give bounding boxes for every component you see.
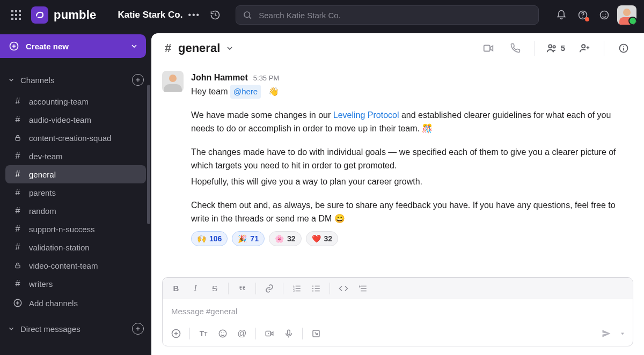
svg-line-10 <box>250 17 251 18</box>
reaction[interactable]: 🙌106 <box>191 231 228 246</box>
svg-rect-2 <box>19 10 21 12</box>
svg-marker-60 <box>271 332 273 335</box>
add-channels-button[interactable]: Add channels <box>5 294 146 312</box>
leveling-protocol-link[interactable]: Leveling Protocol <box>333 110 399 120</box>
sidebar-channel-parents[interactable]: #parents <box>5 183 146 202</box>
strike-button[interactable]: S <box>206 280 224 297</box>
channel-label: accounting-team <box>29 97 89 106</box>
send-options-button[interactable] <box>617 326 628 342</box>
reaction-count: 106 <box>209 233 222 245</box>
svg-point-47 <box>312 285 313 286</box>
text-format-toggle[interactable]: TT <box>194 326 213 342</box>
quote-button[interactable] <box>233 280 251 297</box>
sidebar-channel-content-creation-squad[interactable]: content-creation-squad <box>5 129 146 147</box>
svg-rect-8 <box>19 18 21 20</box>
channel-label: parents <box>29 188 56 197</box>
sidebar-scrollbar[interactable] <box>147 62 150 350</box>
search-box[interactable] <box>236 5 539 25</box>
add-channel-button[interactable] <box>132 74 144 86</box>
sidebar-channel-video-content-team[interactable]: video-content-team <box>5 256 146 275</box>
composer-input[interactable]: Message #general <box>163 299 633 323</box>
bullet-list-button[interactable] <box>307 280 325 297</box>
link-button[interactable] <box>260 280 279 297</box>
svg-marker-61 <box>268 333 269 335</box>
apps-grid-icon[interactable] <box>8 6 25 24</box>
chevron-down-icon <box>130 42 138 50</box>
chevron-down-icon <box>8 76 15 84</box>
reaction[interactable]: 🎉71 <box>232 231 265 246</box>
reaction[interactable]: ❤️32 <box>306 231 339 246</box>
svg-point-14 <box>603 14 604 15</box>
mention-button[interactable]: @ <box>233 326 251 342</box>
ordered-list-button[interactable]: 123 <box>288 280 306 297</box>
codeblock-button[interactable] <box>354 280 372 297</box>
channel-actions: 5 <box>480 40 632 57</box>
notifications-icon[interactable] <box>553 6 570 24</box>
sidebar-channel-general[interactable]: #general <box>5 165 146 183</box>
dms-section-header[interactable]: Direct messages <box>0 320 151 338</box>
search-icon <box>243 10 252 20</box>
shortcut-button[interactable] <box>307 326 325 342</box>
mention-here[interactable]: @here <box>230 85 261 99</box>
sidebar-channel-support-n-success[interactable]: #support-n-success <box>5 220 146 238</box>
new-dm-button[interactable] <box>132 323 144 335</box>
svg-rect-5 <box>19 14 21 16</box>
sidebar-channel-validation-station[interactable]: #validation-station <box>5 238 146 256</box>
send-button[interactable] <box>597 326 616 342</box>
history-icon[interactable] <box>207 6 224 24</box>
svg-rect-7 <box>15 18 17 20</box>
help-icon[interactable] <box>574 6 591 24</box>
sidebar-channel-dev-team[interactable]: #dev-team <box>5 147 146 165</box>
bold-button[interactable]: B <box>167 280 185 297</box>
message: John Hammet 5:35 PM Hey team @here 👋 We … <box>162 71 630 246</box>
channels-section-header[interactable]: Channels <box>0 71 151 89</box>
attach-button[interactable] <box>167 326 185 342</box>
sidebar-channel-writers[interactable]: #writers <box>5 275 146 293</box>
add-member-icon[interactable] <box>576 40 593 57</box>
create-new-label: Create new <box>26 42 69 51</box>
search-input[interactable] <box>258 10 532 20</box>
svg-rect-28 <box>484 45 489 51</box>
message-author[interactable]: John Hammet <box>191 71 248 85</box>
reaction-count: 32 <box>324 233 333 245</box>
audio-call-icon[interactable] <box>507 40 524 57</box>
lock-icon <box>13 262 23 269</box>
user-avatar[interactable] <box>617 5 636 25</box>
topbar: pumble Katie Stark Co. ••• <box>0 0 644 30</box>
brand-logo-icon <box>31 6 48 24</box>
channel-label: dev-team <box>29 152 63 161</box>
emoji-icon[interactable] <box>596 6 613 24</box>
svg-rect-4 <box>15 14 17 16</box>
hash-icon: # <box>13 206 23 216</box>
video-call-icon[interactable] <box>480 40 497 57</box>
record-audio-button[interactable] <box>280 326 298 342</box>
members-button[interactable]: 5 <box>546 42 565 54</box>
reactions: 🙌106🎉71🌸32❤️32 <box>191 231 630 246</box>
plus-circle-icon <box>13 298 23 308</box>
channel-title-button[interactable]: # general <box>163 41 234 55</box>
svg-point-37 <box>623 46 624 47</box>
create-new-button[interactable]: Create new <box>0 34 146 58</box>
svg-point-12 <box>582 17 583 18</box>
record-video-button[interactable] <box>260 326 279 342</box>
code-button[interactable] <box>334 280 353 297</box>
hash-icon: # <box>163 41 173 55</box>
divider <box>604 41 604 56</box>
workspace-switcher[interactable]: Katie Stark Co. ••• <box>118 10 200 20</box>
reaction[interactable]: 🌸32 <box>269 231 302 246</box>
sidebar-channel-accounting-team[interactable]: #accounting-team <box>5 92 146 110</box>
emoji-picker-button[interactable] <box>214 326 232 342</box>
hash-icon: # <box>13 224 23 234</box>
dms-label: Direct messages <box>20 324 80 334</box>
sidebar-channel-audio-video-team[interactable]: #audio-video-team <box>5 110 146 129</box>
message-avatar[interactable] <box>162 71 184 92</box>
member-count: 5 <box>561 43 565 53</box>
svg-marker-65 <box>621 333 624 335</box>
reaction-emoji: 🎉 <box>238 233 247 245</box>
italic-button[interactable]: I <box>186 280 204 297</box>
channel-name: general <box>178 41 220 55</box>
sidebar-channel-random[interactable]: #random <box>5 202 146 220</box>
svg-point-31 <box>553 46 555 48</box>
svg-rect-21 <box>16 137 20 140</box>
info-icon[interactable] <box>615 40 632 57</box>
